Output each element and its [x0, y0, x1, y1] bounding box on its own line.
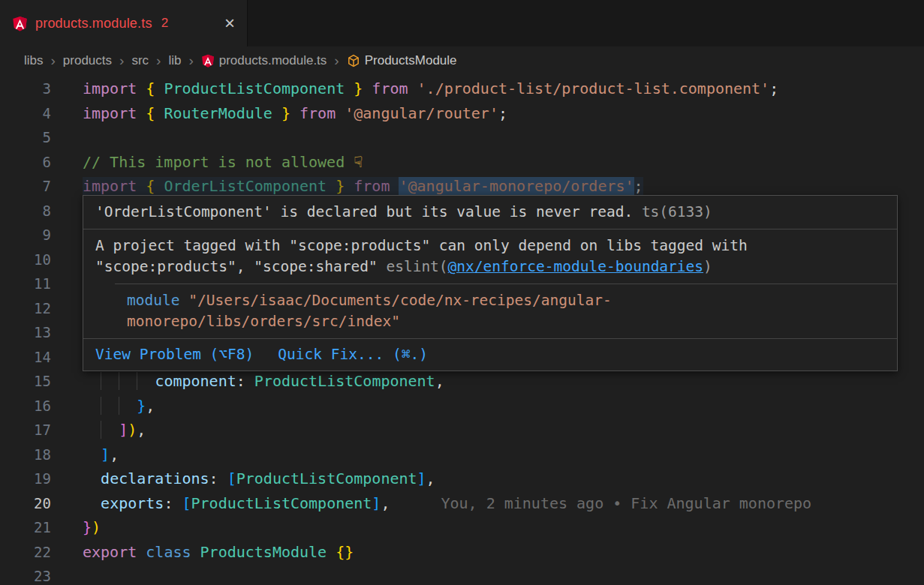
inline-blame-annotation: You, 2 minutes ago • Fix Angular monorep… [390, 494, 811, 512]
chevron-right-icon: › [119, 52, 125, 69]
angular-icon [201, 54, 215, 68]
code-token [119, 372, 137, 390]
line-number[interactable]: 5 [0, 125, 51, 150]
line-number[interactable]: 8 [0, 199, 51, 224]
code-token: class [146, 543, 200, 561]
line-number[interactable]: 17 [0, 418, 51, 442]
code-token: [ [182, 494, 191, 512]
code-token: '@angular/router' [345, 104, 498, 122]
tab-close-button[interactable]: × [224, 16, 235, 31]
class-symbol-icon [347, 54, 360, 68]
code-content: component: ProductListComponent, [83, 369, 444, 394]
code-token [83, 470, 101, 488]
code-token: : [209, 470, 227, 488]
line-number[interactable]: 9 [0, 223, 51, 248]
code-token: ProductListComponent [164, 80, 345, 98]
tab-products-module[interactable]: products.module.ts 2 × [0, 0, 248, 46]
code-line-21[interactable]: 21}) [0, 515, 924, 540]
line-number[interactable]: 4 [0, 101, 51, 126]
line-number[interactable]: 7 [0, 174, 51, 199]
code-token: ; [634, 177, 643, 195]
hover-text-line: 'OrderListComponent' is declared but its… [95, 202, 885, 223]
hover-widget: 'OrderListComponent' is declared but its… [83, 195, 898, 371]
line-number[interactable]: 22 [0, 540, 51, 565]
line-number[interactable]: 14 [0, 345, 51, 370]
line-number[interactable]: 21 [0, 515, 51, 540]
line-number[interactable]: 3 [0, 76, 51, 101]
code-token: } [272, 104, 290, 122]
code-token: : [236, 372, 254, 390]
breadcrumb-label: lib [168, 53, 181, 68]
code-line-16[interactable]: 16 }, [0, 394, 924, 418]
code-token: from [363, 80, 417, 98]
view-problem-action[interactable]: View Problem (⌥F8) [95, 345, 254, 364]
code-token: { [146, 177, 164, 195]
code-line-3[interactable]: 3import { ProductListComponent } from '.… [0, 76, 924, 101]
code-content: ]), [83, 418, 146, 442]
line-number[interactable]: 16 [0, 394, 51, 418]
breadcrumb-item-productsmodule[interactable]: ProductsModule [347, 53, 457, 68]
breadcrumb-item-src[interactable]: src [131, 53, 149, 68]
code-content: import { RouterModule } from '@angular/r… [83, 101, 507, 126]
line-number[interactable]: 6 [0, 150, 51, 175]
code-token [101, 397, 119, 415]
code-token: RouterModule [164, 104, 272, 122]
code-content: }) [83, 515, 101, 540]
breadcrumb-item-lib[interactable]: lib [168, 53, 181, 68]
code-token: } [345, 80, 363, 98]
chevron-right-icon: › [188, 52, 194, 69]
tab-error-count-badge: 2 [161, 16, 168, 31]
code-token: } [83, 518, 92, 536]
vscode-window: products.module.ts 2 × libs›products›src… [0, 0, 924, 585]
code-token: ; [769, 80, 778, 98]
code-token: ProductsModule [200, 543, 327, 561]
code-content: import { ProductListComponent } from './… [83, 76, 778, 101]
breadcrumb-item-libs[interactable]: libs [24, 53, 44, 68]
line-number[interactable]: 19 [0, 466, 51, 491]
code-token: declarations [101, 470, 209, 488]
code-line-19[interactable]: 19 declarations: [ProductListComponent], [0, 466, 924, 491]
line-number[interactable]: 18 [0, 442, 51, 467]
code-token: from [345, 177, 399, 195]
chevron-right-icon: › [333, 52, 339, 69]
code-token: '@angular-monorepo/orders' [399, 177, 634, 195]
code-token: OrderListComponent [164, 177, 327, 195]
code-line-15[interactable]: 15 component: ProductListComponent, [0, 369, 924, 394]
code-token: [ [227, 470, 236, 488]
hover-text: "/Users/isaac/Documents/code/nx-recipes/… [188, 292, 612, 309]
code-token [83, 421, 101, 439]
code-line-20[interactable]: 20 exports: [ProductListComponent],You, … [0, 491, 924, 516]
line-number[interactable]: 10 [0, 248, 51, 272]
line-number[interactable]: 15 [0, 369, 51, 394]
code-line-23[interactable]: 23 [0, 564, 924, 585]
code-token: , [381, 494, 390, 512]
code-token [119, 397, 137, 415]
code-token: ) [128, 421, 137, 439]
chevron-right-icon: › [155, 52, 161, 69]
code-line-5[interactable]: 5 [0, 125, 924, 150]
eslint-rule-link[interactable]: @nx/enforce-module-boundaries [448, 258, 703, 275]
code-token: import [83, 104, 146, 122]
breadcrumb-label: products [63, 53, 112, 68]
code-token [101, 372, 119, 390]
line-number[interactable]: 20 [0, 491, 51, 516]
line-number[interactable]: 11 [0, 272, 51, 296]
code-token: } [137, 397, 146, 415]
code-token: ProductListComponent [254, 372, 435, 390]
code-line-6[interactable]: 6// This import is not allowed ☟ [0, 150, 924, 175]
line-number[interactable]: 13 [0, 320, 51, 345]
line-number[interactable]: 12 [0, 296, 51, 321]
breadcrumb-item-products-module-ts[interactable]: products.module.ts [201, 53, 327, 68]
quick-fix-action[interactable]: Quick Fix... (⌘.) [278, 345, 428, 364]
code-line-17[interactable]: 17 ]), [0, 418, 924, 442]
code-token: { [146, 80, 164, 98]
code-line-4[interactable]: 4import { RouterModule } from '@angular/… [0, 101, 924, 126]
code-line-22[interactable]: 22export class ProductsModule {} [0, 540, 924, 565]
chevron-right-icon: › [50, 52, 56, 69]
code-line-18[interactable]: 18 ], [0, 442, 924, 467]
breadcrumb-label: products.module.ts [219, 53, 327, 68]
code-token: , [110, 446, 119, 464]
line-number[interactable]: 23 [0, 564, 51, 585]
breadcrumb-item-products[interactable]: products [63, 53, 112, 68]
editor[interactable]: 3import { ProductListComponent } from '.… [0, 75, 924, 585]
